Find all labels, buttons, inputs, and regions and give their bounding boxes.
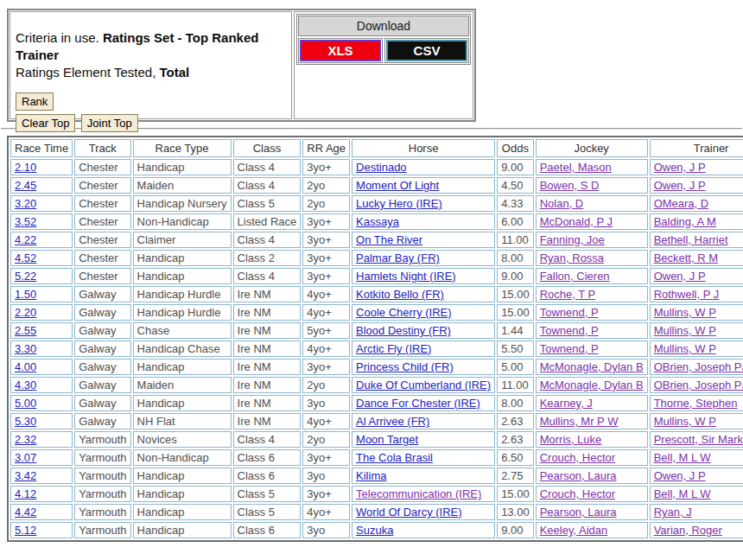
jockey-link[interactable]: McMonagle, Dylan B (540, 360, 644, 373)
horse-link[interactable]: Kotkito Bello (FR) (356, 288, 444, 301)
race-time-link[interactable]: 2.55 (15, 324, 36, 337)
race-time-link[interactable]: 2.10 (15, 161, 36, 174)
jockey-link[interactable]: Townend, P (540, 306, 599, 319)
criteria-panel: Criteria in use. Ratings Set - Top Ranke… (7, 9, 476, 122)
horse-link[interactable]: Kilima (356, 469, 386, 482)
race-time-link[interactable]: 4.00 (15, 360, 36, 373)
horse-link[interactable]: World Of Darcy (IRE) (356, 506, 462, 519)
class-cell: Class 5 (233, 504, 302, 520)
race-time-link[interactable]: 4.42 (15, 506, 36, 519)
jockey-link[interactable]: Keeley, Aidan (540, 524, 608, 537)
jockey-link[interactable]: Townend, P (540, 342, 599, 355)
trainer-link[interactable]: Mullins, W P (654, 342, 716, 355)
jockey-link[interactable]: Townend, P (540, 324, 599, 337)
jockey-link[interactable]: McDonald, P J (540, 215, 613, 228)
jockey-link[interactable]: Roche, T P (540, 288, 596, 301)
trainer-link[interactable]: OBrien, Joseph Patrick (654, 379, 743, 391)
trainer-link[interactable]: Owen, J P (654, 270, 706, 283)
jockey-link[interactable]: Fallon, Cieren (540, 270, 610, 283)
race-time-link[interactable]: 4.30 (15, 379, 36, 391)
rr-age-cell: 2yo (302, 195, 350, 212)
jockey-link[interactable]: Morris, Luke (540, 433, 602, 446)
race-time-link[interactable]: 3.07 (15, 451, 36, 464)
horse-link[interactable]: On The River (356, 233, 422, 246)
race-time-link[interactable]: 4.12 (15, 487, 36, 500)
horse-link[interactable]: Moon Target (356, 433, 418, 446)
race-time-link[interactable]: 4.52 (15, 251, 36, 264)
horse-link[interactable]: Arctic Fly (IRE) (356, 342, 431, 355)
horse-link[interactable]: Destinado (356, 161, 407, 174)
horse-link[interactable]: Duke Of Cumberland (IRE) (356, 379, 491, 391)
race-time-link[interactable]: 4.22 (15, 233, 36, 246)
race-time-link[interactable]: 3.20 (15, 197, 36, 210)
race-row: 5.00GalwayHandicapIre NM3yoDance For Che… (10, 395, 743, 411)
horse-link[interactable]: Suzuka (356, 524, 393, 537)
jockey-link[interactable]: Nolan, D (540, 197, 584, 210)
download-buttons-row: XLS CSV (298, 38, 469, 63)
joint-top-button[interactable]: Joint Top (81, 114, 138, 132)
trainer-link[interactable]: Bell, M L W (654, 451, 711, 464)
race-time-link[interactable]: 5.30 (15, 415, 36, 428)
class-cell: Class 6 (233, 449, 302, 466)
race-time-link[interactable]: 2.20 (15, 306, 36, 319)
horse-link[interactable]: Coole Cherry (IRE) (356, 306, 452, 319)
horse-link[interactable]: Al Arrivee (FR) (356, 415, 429, 428)
trainer-link[interactable]: Mullins, W P (654, 306, 716, 319)
horse-link[interactable]: Dance For Chester (IRE) (356, 397, 480, 410)
jockey-link[interactable]: Crouch, Hector (540, 487, 615, 500)
trainer-link[interactable]: Prescott, Sir Mark (654, 433, 743, 446)
jockey-link[interactable]: Kearney, J (540, 397, 593, 410)
trainer-link[interactable]: Beckett, R M (654, 251, 718, 264)
trainer-link[interactable]: OBrien, Joseph Patrick (654, 360, 743, 373)
race-time-link[interactable]: 5.22 (15, 270, 36, 283)
trainer-link[interactable]: Ryan, J (654, 506, 692, 519)
trainer-link[interactable]: Rothwell, P J (654, 288, 720, 301)
clear-top-button[interactable]: Clear Top (16, 114, 75, 132)
trainer-link[interactable]: Owen, J P (654, 469, 706, 482)
trainer-link[interactable]: Owen, J P (654, 179, 706, 192)
horse-link[interactable]: Blood Destiny (FR) (356, 324, 451, 337)
race-time-link[interactable]: 2.32 (15, 433, 36, 446)
csv-button-cell: CSV (384, 38, 469, 63)
trainer-link[interactable]: Balding, A M (654, 215, 716, 228)
horse-link[interactable]: Princess Child (FR) (356, 360, 454, 373)
trainer-link[interactable]: Mullins, W P (654, 324, 716, 337)
horse-link[interactable]: Telecommunication (IRE) (356, 487, 481, 500)
race-time-link[interactable]: 3.30 (15, 342, 36, 355)
trainer-link[interactable]: Bell, M L W (654, 487, 711, 500)
rank-button[interactable]: Rank (16, 92, 54, 111)
race-time-link[interactable]: 3.52 (15, 215, 36, 228)
jockey-link[interactable]: Mullins, Mr P W (540, 415, 619, 428)
trainer-link-cell: Bell, M L W (650, 449, 743, 466)
track-cell: Yarmouth (74, 486, 130, 502)
trainer-link[interactable]: Bethell, Harriet (654, 233, 728, 246)
jockey-link[interactable]: Pearson, Laura (540, 506, 617, 519)
jockey-link[interactable]: Ryan, Rossa (540, 251, 604, 264)
horse-link[interactable]: The Cola Brasil (356, 451, 433, 464)
xls-download-button[interactable]: XLS (300, 40, 381, 61)
jockey-link[interactable]: Pearson, Laura (540, 469, 617, 482)
race-time-link[interactable]: 1.50 (15, 288, 36, 301)
track-cell: Galway (74, 340, 130, 357)
jockey-link[interactable]: Paetel, Mason (540, 161, 612, 174)
trainer-link[interactable]: Mullins, W P (654, 415, 716, 428)
horse-link[interactable]: Hamlets Night (IRE) (356, 270, 456, 283)
jockey-link[interactable]: McMonagle, Dylan B (540, 379, 644, 391)
jockey-link[interactable]: Bowen, S D (540, 179, 600, 192)
horse-link[interactable]: Lucky Hero (IRE) (356, 197, 442, 210)
horse-link[interactable]: Moment Of Light (356, 179, 439, 192)
race-time-link[interactable]: 5.12 (15, 524, 36, 537)
race-time-link[interactable]: 2.45 (15, 179, 36, 192)
trainer-link[interactable]: Owen, J P (654, 161, 706, 174)
horse-link-cell: World Of Darcy (IRE) (352, 504, 495, 520)
csv-download-button[interactable]: CSV (386, 40, 467, 61)
jockey-link[interactable]: Crouch, Hector (540, 451, 615, 464)
jockey-link[interactable]: Fanning, Joe (540, 233, 605, 246)
trainer-link[interactable]: OMeara, D (654, 197, 709, 210)
race-time-link[interactable]: 3.42 (15, 469, 36, 482)
trainer-link[interactable]: Varian, Roger (654, 524, 722, 537)
trainer-link[interactable]: Thorne, Stephen (654, 397, 738, 410)
horse-link[interactable]: Kassaya (356, 215, 399, 228)
race-time-link[interactable]: 5.00 (15, 397, 36, 410)
horse-link[interactable]: Palmar Bay (FR) (356, 251, 440, 264)
